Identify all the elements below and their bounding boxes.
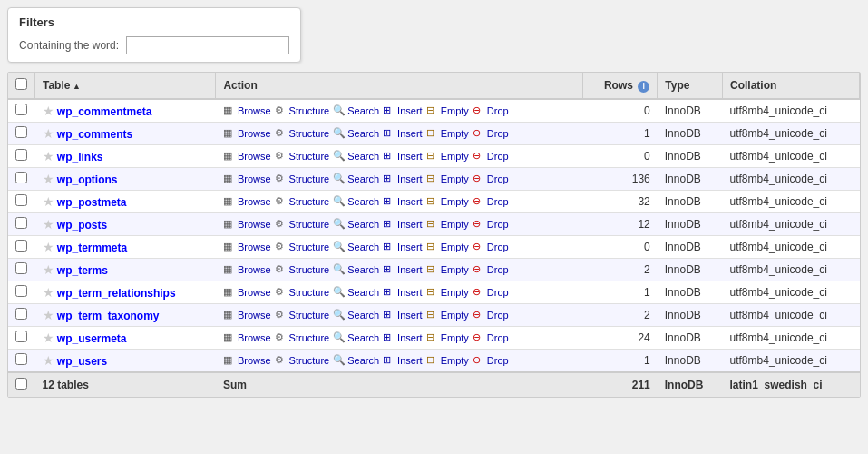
drop-action[interactable]: ⊖Drop [473,286,509,299]
table-name-link[interactable]: wp_postmeta [57,196,127,209]
insert-action[interactable]: ⊞Insert [383,104,423,117]
search-action[interactable]: 🔍Search [333,263,379,276]
row-checkbox[interactable] [15,240,27,252]
row-checkbox[interactable] [15,172,27,183]
search-action[interactable]: 🔍Search [333,195,379,208]
browse-action[interactable]: ▦Browse [223,263,271,276]
star-icon[interactable]: ★ [43,149,54,163]
structure-action[interactable]: ⚙Structure [275,218,330,231]
filter-containing-input[interactable] [126,36,289,54]
empty-action[interactable]: ⊟Empty [426,309,469,321]
empty-action[interactable]: ⊟Empty [426,331,469,344]
star-icon[interactable]: ★ [43,262,54,277]
structure-action[interactable]: ⚙Structure [275,263,330,276]
browse-action[interactable]: ▦Browse [223,173,271,185]
row-checkbox[interactable] [15,331,27,342]
search-action[interactable]: 🔍Search [333,104,379,117]
drop-action[interactable]: ⊖Drop [473,263,509,276]
drop-action[interactable]: ⊖Drop [473,195,509,208]
empty-action[interactable]: ⊟Empty [426,241,469,253]
insert-action[interactable]: ⊞Insert [383,127,423,140]
search-action[interactable]: 🔍Search [333,173,379,185]
insert-action[interactable]: ⊞Insert [383,218,423,231]
table-name-link[interactable]: wp_term_relationships [57,287,176,300]
star-icon[interactable]: ★ [43,353,54,368]
structure-action[interactable]: ⚙Structure [275,150,330,163]
structure-action[interactable]: ⚙Structure [275,127,330,140]
table-name-link[interactable]: wp_termmeta [57,242,127,254]
col-table[interactable]: Table [35,73,216,99]
empty-action[interactable]: ⊟Empty [426,286,469,299]
star-icon[interactable]: ★ [43,240,54,254]
table-name-link[interactable]: wp_users [57,355,107,368]
browse-action[interactable]: ▦Browse [223,286,271,299]
structure-action[interactable]: ⚙Structure [275,195,330,208]
select-all-checkbox[interactable] [15,78,27,90]
search-action[interactable]: 🔍Search [333,309,379,321]
empty-action[interactable]: ⊟Empty [426,195,469,208]
search-action[interactable]: 🔍Search [333,241,379,253]
row-checkbox[interactable] [15,217,27,229]
table-name-link[interactable]: wp_terms [57,264,108,277]
structure-action[interactable]: ⚙Structure [275,104,330,117]
insert-action[interactable]: ⊞Insert [383,241,423,253]
drop-action[interactable]: ⊖Drop [473,241,509,253]
insert-action[interactable]: ⊞Insert [383,309,423,321]
table-name-link[interactable]: wp_posts [57,219,107,232]
browse-action[interactable]: ▦Browse [223,241,271,253]
empty-action[interactable]: ⊟Empty [426,173,469,185]
table-name-link[interactable]: wp_links [57,151,103,163]
table-name-link[interactable]: wp_options [57,173,118,186]
empty-action[interactable]: ⊟Empty [426,354,469,367]
empty-action[interactable]: ⊟Empty [426,150,469,163]
insert-action[interactable]: ⊞Insert [383,331,423,344]
drop-action[interactable]: ⊖Drop [473,173,509,185]
table-name-link[interactable]: wp_term_taxonomy [57,310,160,322]
row-checkbox[interactable] [15,149,27,161]
search-action[interactable]: 🔍Search [333,218,379,231]
drop-action[interactable]: ⊖Drop [473,331,509,344]
insert-action[interactable]: ⊞Insert [383,354,423,367]
star-icon[interactable]: ★ [43,331,54,345]
drop-action[interactable]: ⊖Drop [473,150,509,163]
star-icon[interactable]: ★ [43,172,54,186]
row-checkbox[interactable] [15,285,27,297]
search-action[interactable]: 🔍Search [333,354,379,367]
search-action[interactable]: 🔍Search [333,331,379,344]
rows-info-icon[interactable]: i [638,81,649,93]
insert-action[interactable]: ⊞Insert [383,195,423,208]
row-checkbox[interactable] [15,353,27,365]
search-action[interactable]: 🔍Search [333,150,379,163]
insert-action[interactable]: ⊞Insert [383,173,423,185]
star-icon[interactable]: ★ [43,308,54,322]
star-icon[interactable]: ★ [43,194,54,209]
star-icon[interactable]: ★ [43,104,54,118]
insert-action[interactable]: ⊞Insert [383,150,423,163]
empty-action[interactable]: ⊟Empty [426,218,469,231]
row-checkbox[interactable] [15,126,27,138]
structure-action[interactable]: ⚙Structure [275,309,330,321]
drop-action[interactable]: ⊖Drop [473,309,509,321]
star-icon[interactable]: ★ [43,126,54,141]
structure-action[interactable]: ⚙Structure [275,173,330,185]
star-icon[interactable]: ★ [43,285,54,300]
browse-action[interactable]: ▦Browse [223,354,271,367]
row-checkbox[interactable] [15,104,27,115]
browse-action[interactable]: ▦Browse [223,104,271,117]
browse-action[interactable]: ▦Browse [223,127,271,140]
structure-action[interactable]: ⚙Structure [275,331,330,344]
search-action[interactable]: 🔍Search [333,286,379,299]
structure-action[interactable]: ⚙Structure [275,354,330,367]
structure-action[interactable]: ⚙Structure [275,241,330,253]
drop-action[interactable]: ⊖Drop [473,104,509,117]
insert-action[interactable]: ⊞Insert [383,263,423,276]
empty-action[interactable]: ⊟Empty [426,104,469,117]
drop-action[interactable]: ⊖Drop [473,127,509,140]
drop-action[interactable]: ⊖Drop [473,218,509,231]
drop-action[interactable]: ⊖Drop [473,354,509,367]
row-checkbox[interactable] [15,194,27,206]
empty-action[interactable]: ⊟Empty [426,127,469,140]
browse-action[interactable]: ▦Browse [223,150,271,163]
empty-action[interactable]: ⊟Empty [426,263,469,276]
browse-action[interactable]: ▦Browse [223,331,271,344]
